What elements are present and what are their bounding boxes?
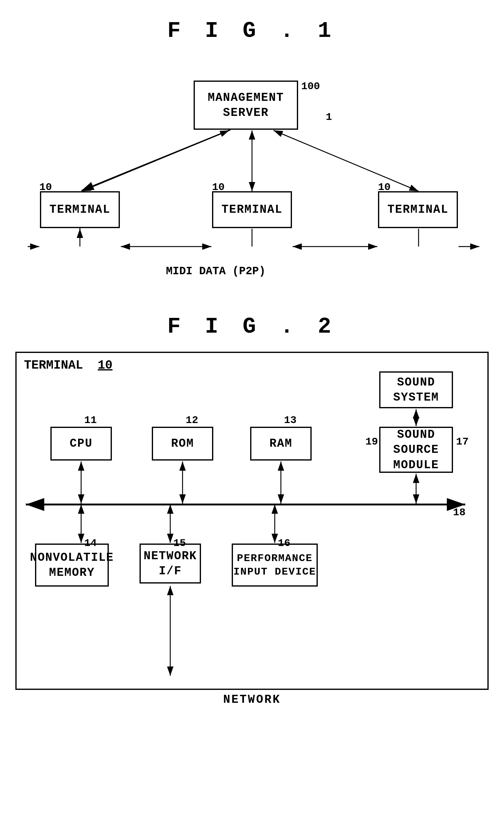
rom-box: ROM	[152, 427, 213, 461]
management-server-label: MANAGEMENTSERVER	[208, 90, 284, 120]
cpu-box: CPU	[50, 427, 112, 461]
svg-line-5	[274, 130, 419, 191]
management-server-box: MANAGEMENTSERVER	[194, 81, 298, 130]
network-label: NETWORK	[223, 693, 281, 706]
page: F I G . 1	[0, 0, 504, 819]
ref-17: 17	[456, 436, 469, 448]
network-if-box: NETWORKI/F	[140, 544, 201, 584]
svg-line-2	[81, 130, 230, 191]
terminal-mid-box: TERMINAL	[212, 191, 292, 228]
ref-14: 14	[84, 538, 97, 549]
ref-16: 16	[278, 538, 290, 549]
ram-box: RAM	[250, 427, 312, 461]
sound-system-box: SOUND SYSTEM	[379, 371, 453, 408]
ref-15: 15	[173, 538, 186, 549]
ref-13: 13	[284, 415, 297, 426]
ref-1: 1	[326, 111, 332, 123]
sound-source-box: SOUND SOURCEMODULE	[379, 427, 453, 473]
fig1-area: MANAGEMENTSERVER 100 1 TERMINAL 10 TERMI…	[0, 56, 504, 296]
terminal-mid-label: TERMINAL	[222, 202, 282, 217]
ref-10-mid: 10	[212, 181, 225, 193]
svg-line-3	[82, 130, 229, 191]
ref-12: 12	[186, 415, 198, 426]
fig1-title: F I G . 1	[0, 0, 504, 56]
fig2-area: TERMINAL 10 CPU 11 ROM 12 RAM 13 SOUND S…	[15, 352, 489, 690]
ref-19: 19	[365, 436, 378, 448]
perf-input-box: PERFORMANCEINPUT DEVICE	[232, 544, 318, 587]
ref-100: 100	[301, 81, 320, 92]
ref-10-left: 10	[39, 181, 52, 193]
terminal-label: TERMINAL 10	[24, 358, 112, 372]
ref-18: 18	[453, 507, 466, 518]
terminal-right-label: TERMINAL	[388, 202, 448, 217]
fig2-title: F I G . 2	[0, 296, 504, 352]
ref-11: 11	[84, 415, 97, 426]
terminal-left-label: TERMINAL	[49, 202, 110, 217]
nonvol-memory-box: NONVOLATILEMEMORY	[35, 544, 109, 587]
midi-data-label: MIDI DATA (P2P)	[166, 265, 266, 277]
ref-10-right: 10	[378, 181, 391, 193]
terminal-right-box: TERMINAL	[378, 191, 458, 228]
terminal-left-box: TERMINAL	[40, 191, 120, 228]
